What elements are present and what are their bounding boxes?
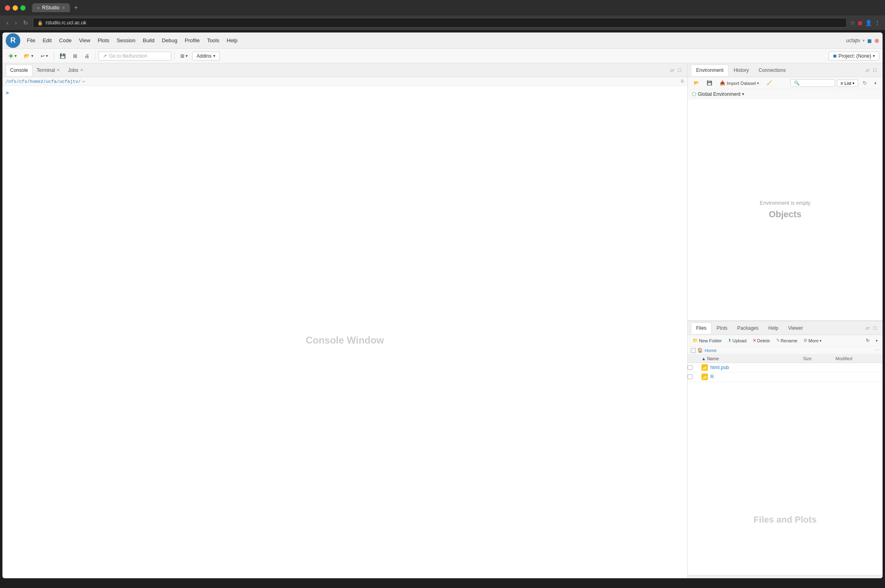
console-area[interactable]: > — [2, 86, 687, 302]
recent-files-button[interactable]: ↩ ▾ — [38, 52, 51, 60]
tab-packages[interactable]: Packages — [732, 323, 764, 333]
save-workspace-button[interactable]: 💾 — [704, 79, 715, 87]
browser-tab-rstudio[interactable]: ● RStudio ✕ — [32, 3, 70, 12]
menu-view[interactable]: View — [76, 36, 93, 45]
fullscreen-button[interactable] — [20, 5, 26, 11]
env-list-button[interactable]: ≡ List ▾ — [837, 80, 858, 87]
tab-console[interactable]: Console — [6, 65, 32, 76]
file-link-2[interactable]: R — [710, 374, 714, 380]
addins-button[interactable]: Addins ▾ — [192, 52, 220, 61]
left-panel: Console Terminal ✕ Jobs ✕ ▱ □ /nfs/cfs/h… — [2, 63, 688, 578]
tab-help[interactable]: Help — [764, 323, 783, 333]
menu-debug[interactable]: Debug — [158, 36, 180, 45]
checkbox-2[interactable] — [688, 374, 692, 379]
row-check-1[interactable] — [688, 365, 700, 370]
menu-build[interactable]: Build — [140, 36, 158, 45]
files-refresh-button[interactable]: ↻ — [863, 337, 872, 344]
tab-connections[interactable]: Connections — [754, 65, 791, 76]
history-tab-label: History — [734, 67, 749, 73]
menu-code[interactable]: Code — [56, 36, 75, 45]
tab-files[interactable]: Files — [691, 322, 712, 334]
tab-environment[interactable]: Environment — [691, 65, 729, 76]
open-file-button[interactable]: 📂 ▾ — [21, 52, 36, 60]
files-maximize-icon[interactable]: □ — [872, 324, 878, 331]
profile-icon[interactable]: 👤 — [865, 19, 872, 26]
tab-jobs[interactable]: Jobs ✕ — [64, 65, 87, 76]
user-arrow-icon: ▾ — [863, 38, 865, 43]
star-icon[interactable]: ☆ — [850, 19, 855, 26]
collapse-icon[interactable]: ▱ — [669, 67, 675, 74]
home-icon[interactable]: 🏠 — [697, 348, 703, 353]
new-file-button[interactable]: ✚ ▾ — [6, 52, 19, 61]
tab-plots[interactable]: Plots — [712, 323, 732, 333]
path-options[interactable]: ⋯ — [875, 348, 879, 353]
import-dataset-button[interactable]: 📥 Import Dataset ▾ — [717, 79, 762, 87]
delete-button[interactable]: ✕ Delete — [750, 337, 772, 344]
new-file-arrow: ▾ — [15, 54, 17, 58]
menu-edit[interactable]: Edit — [39, 36, 55, 45]
files-options-button[interactable]: ▾ — [873, 337, 880, 344]
terminal-close-icon[interactable]: ✕ — [56, 68, 60, 72]
copy-btn[interactable]: ⎘ — [681, 79, 684, 84]
username: ucfajtv — [846, 38, 860, 43]
reload-button[interactable]: ↻ — [22, 19, 30, 27]
files-refresh-icon: ↻ — [866, 338, 870, 343]
env-maximize-icon[interactable]: □ — [872, 67, 878, 74]
env-options-button[interactable]: ▾ — [872, 80, 879, 86]
file-link-1[interactable]: html.pub — [710, 365, 729, 370]
menu-help[interactable]: Help — [223, 36, 241, 45]
goto-placeholder: Go to file/function — [109, 53, 147, 59]
print-button[interactable]: 🖨 — [82, 52, 92, 60]
forward-button[interactable]: › — [13, 19, 19, 27]
tab-viewer[interactable]: Viewer — [783, 323, 807, 333]
env-refresh-button[interactable]: ↻ — [860, 79, 870, 87]
project-button[interactable]: ◼ Project: (None) ▾ — [829, 52, 879, 61]
back-button[interactable]: ‹ — [5, 19, 10, 27]
addins-label: Addins — [197, 53, 212, 59]
row-check-2[interactable] — [688, 374, 700, 379]
checkbox-1[interactable] — [688, 365, 692, 370]
grid-button[interactable]: ⊞ ▾ — [177, 52, 190, 60]
maximize-icon[interactable]: □ — [677, 67, 682, 74]
header-name[interactable]: ▲ Name — [700, 355, 801, 362]
menu-file[interactable]: File — [24, 36, 39, 45]
copy-path-icon[interactable]: ⇔ — [82, 79, 85, 84]
menu-profile[interactable]: Profile — [182, 36, 203, 45]
tab-terminal[interactable]: Terminal ✕ — [32, 65, 64, 76]
menu-tools[interactable]: Tools — [204, 36, 223, 45]
extensions-icon[interactable]: ◼ — [858, 19, 863, 26]
select-all-checkbox[interactable] — [691, 348, 696, 353]
console-input[interactable] — [11, 90, 684, 96]
new-file-icon: ✚ — [9, 53, 13, 59]
env-search[interactable]: 🔍 — [790, 79, 835, 87]
rename-button[interactable]: ✎ Rename — [774, 337, 800, 344]
menu-icon[interactable]: ⋮ — [874, 19, 880, 26]
upload-button[interactable]: ⬆ Upload — [725, 337, 749, 344]
header-modified: Modified — [834, 355, 883, 362]
new-tab-button[interactable]: + — [71, 3, 80, 12]
menu-session[interactable]: Session — [113, 36, 138, 45]
goto-file-button[interactable]: ↗ Go to file/function — [98, 52, 171, 61]
logout-icon[interactable]: ⊗ — [874, 37, 879, 44]
upload-icon: ⬆ — [728, 338, 731, 343]
global-env-selector[interactable]: ⬡ Global Environment ▾ — [688, 89, 883, 99]
save-button[interactable]: 💾 — [57, 52, 69, 60]
files-collapse-icon[interactable]: ▱ — [864, 324, 871, 331]
new-folder-button[interactable]: 📁 New Folder — [690, 337, 724, 344]
files-options-arrow: ▾ — [876, 339, 878, 343]
save-all-button[interactable]: ⊞ — [70, 52, 80, 60]
grid-arrow: ▾ — [186, 54, 188, 58]
jobs-close-icon[interactable]: ✕ — [80, 68, 83, 72]
tab-history[interactable]: History — [729, 65, 753, 76]
load-workspace-button[interactable]: 📂 — [691, 79, 702, 87]
tab-close-icon[interactable]: ✕ — [62, 6, 65, 10]
more-label: More — [808, 338, 818, 343]
url-bar[interactable]: 🔒 rstudio.rc.ucl.ac.uk — [33, 18, 847, 28]
menu-plots[interactable]: Plots — [94, 36, 113, 45]
more-button[interactable]: ⚙ More ▾ — [801, 337, 824, 344]
close-button[interactable] — [5, 5, 10, 11]
minimize-button[interactable] — [13, 5, 18, 11]
env-collapse-icon[interactable]: ▱ — [864, 67, 871, 74]
clear-env-button[interactable]: 🧹 — [764, 79, 775, 87]
horizontal-scrollbar[interactable] — [688, 575, 883, 578]
